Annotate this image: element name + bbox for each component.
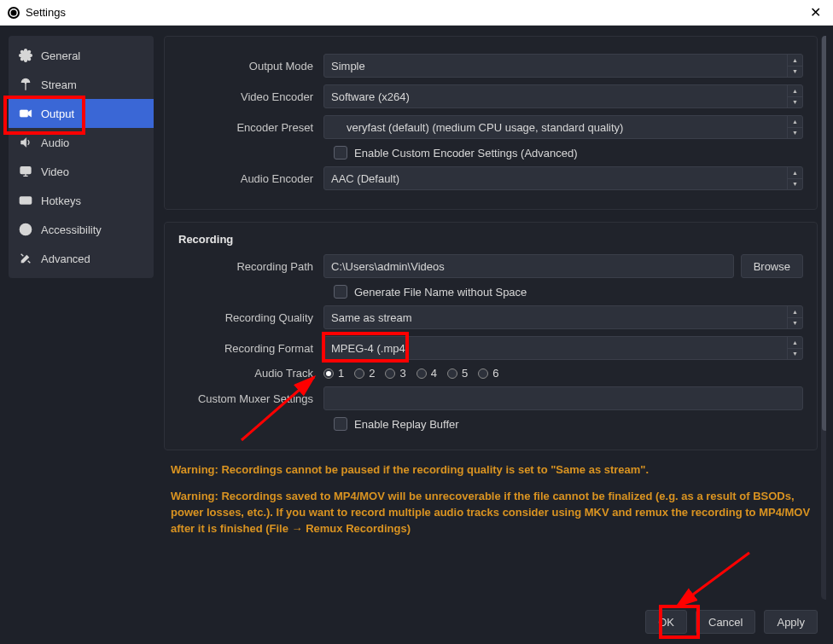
checkbox-label: Generate File Name without Space bbox=[354, 286, 527, 299]
checkbox-generate-filename-no-space[interactable] bbox=[334, 285, 347, 299]
sidebar-item-video[interactable]: Video bbox=[9, 157, 154, 186]
label-encoder-preset: Encoder Preset bbox=[178, 121, 323, 134]
select-video-encoder[interactable]: Software (x264) ▲▼ bbox=[323, 84, 803, 108]
window-titlebar: Settings ✕ bbox=[0, 0, 833, 26]
settings-content: Output Mode Simple ▲▼ Video Encoder Soft… bbox=[162, 26, 833, 644]
warning-text-2: Warning: Recordings saved to MP4/MOV wil… bbox=[171, 489, 811, 537]
svg-rect-6 bbox=[20, 167, 31, 174]
sidebar-item-label: Stream bbox=[41, 78, 77, 91]
audio-track-group: 1 2 3 4 5 6 bbox=[323, 367, 803, 380]
cancel-button[interactable]: Cancel bbox=[696, 610, 755, 634]
label-recording-path: Recording Path bbox=[178, 260, 323, 273]
sidebar-item-output[interactable]: Output bbox=[9, 99, 154, 128]
ok-button[interactable]: OK bbox=[645, 610, 687, 634]
svg-rect-5 bbox=[20, 110, 27, 117]
chevron-stepper-icon: ▲▼ bbox=[787, 306, 802, 328]
radio-track-4[interactable] bbox=[416, 368, 427, 379]
chevron-stepper-icon: ▲▼ bbox=[787, 167, 802, 189]
input-recording-path[interactable]: C:\Users\admin\Videos bbox=[323, 254, 734, 278]
radio-track-5[interactable] bbox=[447, 368, 457, 379]
label-output-mode: Output Mode bbox=[178, 60, 323, 73]
scrollbar-thumb[interactable] bbox=[822, 36, 826, 431]
label-recording-quality: Recording Quality bbox=[178, 311, 323, 324]
tools-icon bbox=[19, 252, 32, 265]
select-value: Software (x264) bbox=[331, 90, 410, 103]
speaker-icon bbox=[19, 136, 32, 149]
input-value: C:\Users\admin\Videos bbox=[331, 260, 445, 273]
settings-sidebar: General Stream Output Audio Video Hotkey… bbox=[9, 36, 154, 278]
sidebar-item-label: Audio bbox=[41, 136, 69, 149]
radio-track-1[interactable] bbox=[323, 368, 334, 379]
select-recording-quality[interactable]: Same as stream ▲▼ bbox=[323, 305, 803, 329]
svg-point-2 bbox=[11, 9, 17, 15]
accessibility-icon bbox=[19, 223, 32, 236]
sidebar-item-label: Hotkeys bbox=[41, 194, 81, 207]
monitor-icon bbox=[19, 165, 32, 178]
select-value: AAC (Default) bbox=[331, 172, 399, 185]
select-value: Simple bbox=[331, 60, 365, 73]
sidebar-item-label: General bbox=[41, 49, 80, 62]
select-audio-encoder[interactable]: AAC (Default) ▲▼ bbox=[323, 166, 803, 190]
label-audio-track: Audio Track bbox=[178, 367, 323, 380]
sidebar-item-label: Output bbox=[41, 107, 74, 120]
sidebar-item-hotkeys[interactable]: Hotkeys bbox=[9, 186, 154, 215]
chevron-stepper-icon: ▲▼ bbox=[787, 85, 802, 107]
obs-app-icon bbox=[7, 6, 20, 20]
keyboard-icon bbox=[19, 194, 32, 207]
checkbox-label: Enable Replay Buffer bbox=[354, 418, 459, 431]
chevron-stepper-icon: ▲▼ bbox=[787, 116, 802, 138]
sidebar-item-label: Advanced bbox=[41, 252, 90, 265]
input-custom-muxer[interactable] bbox=[323, 386, 803, 410]
annotation-arrow-format bbox=[233, 372, 335, 449]
chevron-stepper-icon: ▲▼ bbox=[787, 55, 802, 77]
select-value: Same as stream bbox=[331, 311, 412, 324]
warning-text-1: Warning: Recordings cannot be paused if … bbox=[171, 462, 811, 479]
svg-point-9 bbox=[25, 226, 26, 228]
checkbox-enable-replay-buffer[interactable] bbox=[334, 417, 347, 431]
sidebar-item-audio[interactable]: Audio bbox=[9, 128, 154, 157]
browse-button[interactable]: Browse bbox=[741, 254, 803, 278]
checkbox-label: Enable Custom Encoder Settings (Advanced… bbox=[354, 147, 578, 160]
chevron-stepper-icon: ▲▼ bbox=[787, 337, 802, 359]
svg-point-4 bbox=[25, 82, 26, 83]
antenna-icon bbox=[19, 78, 32, 91]
sidebar-item-advanced[interactable]: Advanced bbox=[9, 244, 154, 273]
dialog-footer: OK Cancel Apply bbox=[164, 600, 826, 634]
select-value: veryfast (default) (medium CPU usage, st… bbox=[331, 121, 623, 134]
label-custom-muxer: Custom Muxer Settings bbox=[178, 392, 323, 405]
window-title: Settings bbox=[26, 6, 66, 19]
output-icon bbox=[19, 107, 32, 120]
select-encoder-preset[interactable]: veryfast (default) (medium CPU usage, st… bbox=[323, 115, 803, 139]
warnings-block: Warning: Recordings cannot be paused if … bbox=[171, 462, 811, 537]
gear-icon bbox=[19, 49, 32, 62]
scrollbar[interactable] bbox=[821, 36, 826, 600]
output-simple-panel: Output Mode Simple ▲▼ Video Encoder Soft… bbox=[164, 36, 818, 210]
recording-panel: Recording Recording Path C:\Users\admin\… bbox=[164, 222, 818, 450]
select-value: MPEG-4 (.mp4) bbox=[331, 342, 409, 355]
sidebar-item-general[interactable]: General bbox=[9, 41, 154, 70]
radio-track-2[interactable] bbox=[354, 368, 364, 379]
apply-button[interactable]: Apply bbox=[764, 610, 818, 634]
sidebar-item-accessibility[interactable]: Accessibility bbox=[9, 215, 154, 244]
sidebar-item-label: Accessibility bbox=[41, 223, 102, 236]
sidebar-item-label: Video bbox=[41, 165, 69, 178]
radio-track-3[interactable] bbox=[385, 368, 395, 379]
select-output-mode[interactable]: Simple ▲▼ bbox=[323, 54, 803, 78]
sidebar-item-stream[interactable]: Stream bbox=[9, 70, 154, 99]
label-audio-encoder: Audio Encoder bbox=[178, 172, 323, 185]
label-recording-format: Recording Format bbox=[178, 342, 323, 355]
checkbox-enable-custom-encoder[interactable] bbox=[334, 146, 347, 160]
radio-track-6[interactable] bbox=[478, 368, 488, 379]
window-close-button[interactable]: ✕ bbox=[805, 4, 826, 20]
select-recording-format[interactable]: MPEG-4 (.mp4) ▲▼ bbox=[323, 336, 803, 360]
svg-rect-7 bbox=[20, 197, 31, 204]
sidebar-container: General Stream Output Audio Video Hotkey… bbox=[0, 26, 162, 644]
recording-heading: Recording bbox=[178, 233, 803, 246]
label-video-encoder: Video Encoder bbox=[178, 90, 323, 103]
